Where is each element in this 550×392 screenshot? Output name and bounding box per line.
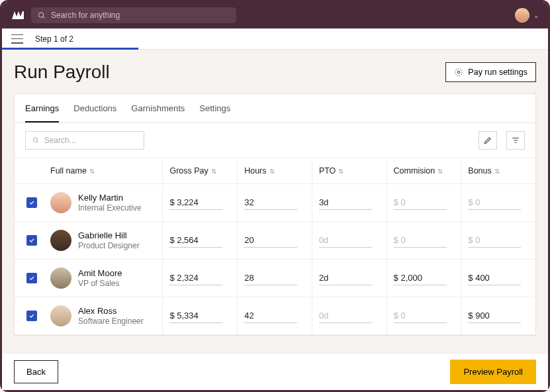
commission-input[interactable] [394, 309, 447, 323]
row-checkbox[interactable] [26, 197, 37, 208]
bonus-input[interactable] [468, 309, 521, 323]
bonus-input[interactable] [468, 271, 521, 285]
employee-role: Software Engineer [78, 317, 144, 326]
settings-button-label: Pay run settings [468, 68, 527, 77]
table-row: Kelly MartinInternal Executive [15, 184, 535, 222]
payroll-table: Full name⇅ Gross Pay⇅ Hours⇅ PTO⇅ Commis… [15, 158, 535, 335]
row-checkbox[interactable] [26, 273, 37, 283]
tab-earnings[interactable]: Earnings [25, 94, 59, 122]
global-search[interactable] [31, 7, 236, 23]
edit-columns-button[interactable] [479, 131, 497, 150]
pto-input[interactable] [319, 309, 372, 323]
gross-input[interactable] [169, 271, 222, 285]
search-icon [38, 11, 46, 20]
app-logo [11, 9, 24, 22]
hours-input[interactable] [244, 271, 297, 285]
bonus-input[interactable] [468, 195, 521, 210]
svg-point-0 [39, 12, 44, 17]
sort-icon: ⇅ [269, 168, 275, 175]
pto-input[interactable] [319, 271, 372, 285]
row-checkbox[interactable] [26, 311, 37, 321]
table-toolbar [15, 123, 535, 158]
gross-input[interactable] [169, 309, 222, 323]
col-hours[interactable]: Hours⇅ [238, 158, 312, 184]
pencil-icon [483, 136, 492, 145]
page-title: Run Payroll [14, 62, 110, 83]
preview-payroll-button[interactable]: Preview Payroll [450, 360, 536, 384]
employee-name: Amit Moore [78, 268, 122, 278]
employee-role: VP of Sales [78, 279, 122, 288]
col-gross[interactable]: Gross Pay⇅ [163, 158, 238, 184]
employee-name: Gabrielle Hill [78, 230, 140, 240]
row-checkbox[interactable] [26, 235, 37, 246]
global-search-input[interactable] [51, 11, 230, 20]
hours-input[interactable] [244, 309, 297, 323]
table-row: Alex RossSoftware Engineer [15, 297, 535, 335]
footer-bar: Back Preview Payroll [2, 353, 548, 390]
tabs: EarningsDeductionsGarnishmentsSettings [15, 94, 535, 123]
table-search[interactable] [25, 131, 144, 150]
bonus-input[interactable] [468, 233, 521, 248]
step-label: Step 1 of 2 [35, 34, 73, 44]
tab-garnishments[interactable]: Garnishments [131, 94, 185, 122]
employee-cell[interactable]: Amit MooreVP of Sales [50, 268, 156, 289]
commission-input[interactable] [394, 233, 447, 248]
filter-icon [511, 136, 520, 145]
svg-point-2 [458, 71, 461, 74]
tab-deductions[interactable]: Deductions [73, 94, 116, 122]
sort-icon: ⇅ [89, 168, 95, 175]
menu-icon[interactable] [11, 34, 23, 44]
table-search-input[interactable] [44, 136, 137, 145]
hours-input[interactable] [244, 195, 297, 210]
filter-button[interactable] [506, 131, 525, 150]
pay-run-settings-button[interactable]: Pay run settings [445, 62, 536, 82]
content-area: Run Payroll Pay run settings EarningsDed… [2, 50, 548, 353]
svg-line-1 [43, 17, 45, 19]
pto-input[interactable] [319, 195, 372, 210]
col-bonus[interactable]: Bonus⇅ [461, 158, 535, 184]
employee-name: Kelly Martin [78, 193, 141, 203]
svg-point-4 [33, 138, 37, 142]
employee-cell[interactable]: Kelly MartinInternal Executive [50, 192, 156, 213]
employee-name: Alex Ross [78, 306, 144, 316]
tab-settings[interactable]: Settings [199, 94, 230, 122]
table-row: Gabrielle HillProduct Designer [15, 222, 535, 260]
employee-role: Product Designer [78, 241, 140, 250]
employee-role: Internal Executive [78, 203, 141, 213]
commission-input[interactable] [394, 195, 447, 210]
employee-cell[interactable]: Gabrielle HillProduct Designer [50, 230, 156, 251]
col-pto[interactable]: PTO⇅ [312, 158, 387, 184]
search-icon [32, 136, 40, 144]
progress-indicator [2, 48, 138, 50]
payroll-card: EarningsDeductionsGarnishmentsSettings F… [14, 93, 536, 336]
pto-input[interactable] [319, 233, 372, 248]
chevron-down-icon[interactable]: ⌄ [533, 12, 539, 19]
col-checkbox [15, 158, 44, 184]
commission-input[interactable] [394, 271, 447, 285]
employee-avatar [50, 268, 71, 289]
step-bar: Step 1 of 2 [2, 28, 548, 50]
back-button[interactable]: Back [14, 360, 58, 383]
sort-icon: ⇅ [437, 168, 443, 175]
col-commission[interactable]: Commision⇅ [387, 158, 461, 184]
sort-icon: ⇅ [338, 168, 344, 175]
svg-line-5 [37, 141, 38, 142]
employee-avatar [50, 305, 71, 326]
col-name[interactable]: Full name⇅ [44, 158, 163, 184]
top-bar: ⌄ [2, 2, 548, 28]
employee-avatar [50, 192, 71, 213]
gross-input[interactable] [169, 195, 222, 210]
sort-icon: ⇅ [211, 168, 216, 175]
sort-icon: ⇅ [494, 168, 500, 175]
table-row: Amit MooreVP of Sales [15, 260, 535, 297]
gross-input[interactable] [169, 233, 222, 248]
svg-point-3 [455, 69, 463, 76]
employee-cell[interactable]: Alex RossSoftware Engineer [50, 305, 156, 326]
user-avatar[interactable] [515, 8, 529, 23]
employee-avatar [50, 230, 71, 251]
gear-icon [454, 68, 463, 77]
hours-input[interactable] [244, 233, 297, 248]
